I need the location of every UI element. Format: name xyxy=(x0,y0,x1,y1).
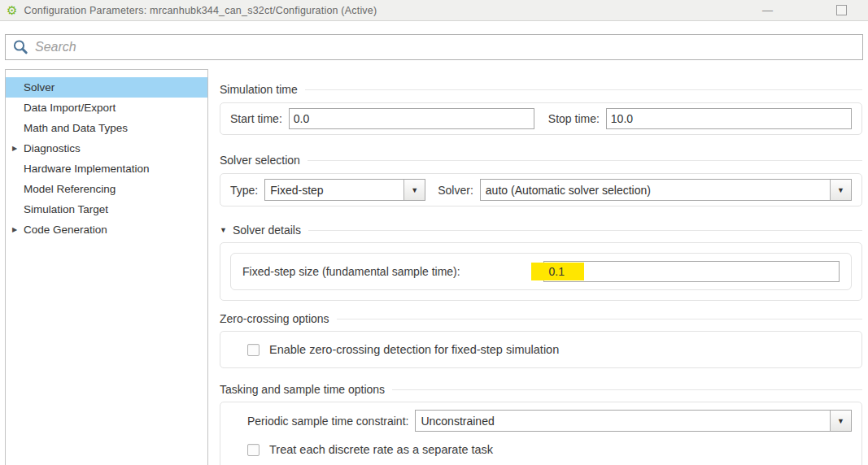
chevron-down-icon[interactable]: ▼ xyxy=(830,180,851,200)
sidebar-item-label: Model Referencing xyxy=(24,179,116,199)
section-solver-details: ▼ Solver details xyxy=(220,223,862,237)
zero-crossing-checkbox[interactable] xyxy=(247,344,260,356)
sidebar-item-label: Hardware Implementation xyxy=(24,159,150,179)
sidebar-item-label: Simulation Target xyxy=(24,199,108,219)
title-bar: ⚙ Configuration Parameters: mrcanhubk344… xyxy=(0,0,868,21)
stop-time-input[interactable] xyxy=(606,108,852,129)
section-zero-crossing: Zero-crossing options xyxy=(220,311,862,326)
simulation-time-group: Start time: Stop time: xyxy=(220,102,862,135)
sidebar-item-label: Solver xyxy=(24,77,55,98)
type-dropdown-value: Fixed-step xyxy=(265,180,403,200)
window-title: Configuration Parameters: mrcanhubk344_c… xyxy=(24,5,377,16)
section-title: Solver details xyxy=(233,224,301,237)
sidebar-item-hardware-implementation[interactable]: Hardware Implementation xyxy=(6,159,207,179)
solver-details-inner-group: Fixed-step size (fundamental sample time… xyxy=(230,253,852,290)
sidebar-item-diagnostics[interactable]: ▶ Diagnostics xyxy=(6,138,207,159)
minimize-button[interactable]: — xyxy=(762,5,773,15)
periodic-constraint-value: Unconstrained xyxy=(416,411,830,431)
separate-task-checkbox[interactable] xyxy=(247,444,260,456)
sidebar-item-math-and-data-types[interactable]: Math and Data Types xyxy=(6,118,207,138)
section-rule xyxy=(308,160,862,161)
solver-selection-group: Type: Fixed-step ▼ Solver: auto (Automat… xyxy=(220,173,862,206)
sidebar-item-model-referencing[interactable]: Model Referencing xyxy=(6,179,207,199)
chevron-down-icon[interactable]: ▼ xyxy=(830,411,851,431)
section-title: Simulation time xyxy=(220,83,298,96)
periodic-constraint-label: Periodic sample time constraint: xyxy=(247,415,408,428)
section-simulation-time: Simulation time xyxy=(220,82,862,97)
maximize-button[interactable] xyxy=(836,5,847,15)
zero-crossing-checkbox-label: Enable zero-crossing detection for fixed… xyxy=(269,343,559,356)
solver-pane: Simulation time Start time: Stop time: S… xyxy=(209,69,868,465)
fixed-step-size-value: 0.1 xyxy=(544,265,564,278)
sidebar-item-label: Data Import/Export xyxy=(24,98,116,118)
search-box[interactable] xyxy=(5,34,863,60)
periodic-constraint-dropdown[interactable]: Unconstrained ▼ xyxy=(415,410,852,432)
section-solver-selection: Solver selection xyxy=(220,153,862,167)
section-rule xyxy=(308,230,862,231)
section-rule xyxy=(305,89,862,90)
sidebar-item-simulation-target[interactable]: Simulation Target xyxy=(6,199,207,219)
sidebar-item-label: Code Generation xyxy=(24,219,107,240)
collapse-arrow-icon[interactable]: ▼ xyxy=(220,226,227,234)
section-title: Zero-crossing options xyxy=(220,312,329,325)
sidebar-item-solver[interactable]: Solver xyxy=(6,77,207,98)
solver-details-outer-group: Fixed-step size (fundamental sample time… xyxy=(220,242,862,301)
sidebar-item-label: Diagnostics xyxy=(24,138,81,159)
expand-arrow-icon[interactable]: ▶ xyxy=(6,138,24,159)
sidebar-item-data-import-export[interactable]: Data Import/Export xyxy=(6,98,207,118)
fixed-step-size-label: Fixed-step size (fundamental sample time… xyxy=(242,265,543,278)
chevron-down-icon[interactable]: ▼ xyxy=(403,180,425,200)
start-time-label: Start time: xyxy=(230,112,282,125)
solver-dropdown-value: auto (Automatic solver selection) xyxy=(481,180,830,200)
configuration-parameters-dialog: ⚙ Configuration Parameters: mrcanhubk344… xyxy=(0,0,868,465)
type-label: Type: xyxy=(230,184,258,197)
tasking-group: Periodic sample time constraint: Unconst… xyxy=(220,402,862,465)
sidebar-item-code-generation[interactable]: ▶ Code Generation xyxy=(6,219,207,240)
section-rule xyxy=(392,389,862,390)
fixed-step-size-input[interactable]: 0.1 xyxy=(543,261,840,282)
section-tasking: Tasking and sample time options xyxy=(220,382,862,397)
separate-task-checkbox-label: Treat each discrete rate as a separate t… xyxy=(269,443,493,456)
category-tree: Solver Data Import/Export Math and Data … xyxy=(5,69,208,465)
start-time-input[interactable] xyxy=(289,108,534,129)
expand-arrow-icon[interactable]: ▶ xyxy=(6,219,24,240)
stop-time-label: Stop time: xyxy=(548,112,600,125)
section-title: Tasking and sample time options xyxy=(220,383,385,396)
zero-crossing-group: Enable zero-crossing detection for fixed… xyxy=(220,331,862,368)
config-gear-icon: ⚙ xyxy=(7,4,17,16)
solver-label: Solver: xyxy=(438,184,473,197)
search-input[interactable] xyxy=(35,40,856,54)
section-rule xyxy=(337,319,862,319)
solver-dropdown[interactable]: auto (Automatic solver selection) ▼ xyxy=(480,179,852,201)
section-title: Solver selection xyxy=(220,154,300,167)
sidebar-item-label: Math and Data Types xyxy=(24,118,128,138)
search-icon xyxy=(12,39,28,55)
type-dropdown[interactable]: Fixed-step ▼ xyxy=(264,179,425,201)
